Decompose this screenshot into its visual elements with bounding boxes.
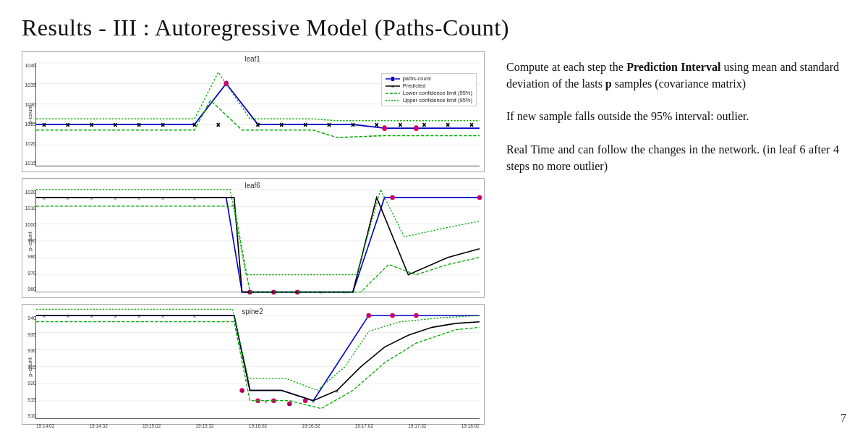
- chart-leaf6-area: 102010101000990980970960: [35, 190, 480, 293]
- svg-text:×: ×: [90, 120, 93, 129]
- legend-item-upper: Upper confidence limit (95%): [386, 97, 472, 103]
- svg-text:×: ×: [90, 195, 93, 202]
- svg-text:×: ×: [137, 313, 141, 321]
- svg-text:×: ×: [114, 120, 117, 129]
- svg-point-70: [390, 313, 395, 318]
- chart-leaf1-yticks: 104010351030102510201015: [14, 63, 36, 166]
- svg-text:×: ×: [66, 313, 69, 321]
- chart-spine2-svg: × × × × × × × × × × × ×: [36, 315, 480, 418]
- svg-text:×: ×: [470, 120, 474, 129]
- text-block-2: If new sample falls outside the 95% inte…: [506, 108, 839, 124]
- svg-text:×: ×: [90, 313, 93, 321]
- legend-label-paths: paths-count: [403, 75, 431, 82]
- legend-label-upper: Upper confidence limit (95%): [403, 97, 472, 103]
- svg-text:×: ×: [288, 402, 292, 409]
- legend-label-predicted: Predicted: [403, 82, 426, 89]
- chart-spine2-inner: p-count 940935930925920915910: [25, 315, 480, 419]
- chart-spine2-xticks: 19:14:0219:14:3219:15:0219:15:32 19:16:0…: [36, 423, 480, 428]
- text-block-1-content: Compute at each step the Prediction Inte…: [506, 59, 839, 92]
- svg-text:×: ×: [216, 120, 220, 129]
- legend-label-lower: Lower confidence limit (95%): [403, 90, 472, 96]
- legend-item-lower: Lower confidence limit (95%): [386, 90, 472, 96]
- chart-leaf1-inner: p-count 104010351030102510201015 paths-c…: [25, 63, 480, 166]
- chart-leaf1-title: leaf1: [25, 55, 480, 63]
- svg-point-14: [414, 125, 419, 131]
- chart-leaf1: leaf1 p-count 104010351030102510201015 p…: [22, 51, 485, 172]
- svg-text:×: ×: [375, 120, 378, 129]
- slide-body: leaf1 p-count 104010351030102510201015 p…: [22, 51, 846, 425]
- text-block-3-content: Real Time and can follow the changes in …: [506, 141, 839, 174]
- svg-point-44: [477, 195, 482, 200]
- svg-text:×: ×: [280, 120, 284, 129]
- chart-leaf6-yticks: 102010101000990980970960: [14, 190, 36, 292]
- svg-text:×: ×: [42, 313, 46, 321]
- chart-spine2-yticks: 940935930925920915910: [14, 315, 36, 418]
- svg-point-43: [390, 195, 395, 200]
- svg-text:×: ×: [304, 120, 307, 129]
- svg-text:×: ×: [192, 313, 196, 321]
- svg-point-69: [366, 313, 371, 318]
- slide-title: Results - III : Autoregressive Model (Pa…: [22, 14, 846, 41]
- svg-text:×: ×: [66, 195, 69, 202]
- text-block-2-content: If new sample falls outside the 95% inte…: [506, 108, 839, 124]
- legend-item-paths: paths-count: [386, 75, 472, 82]
- svg-rect-1: [391, 77, 394, 81]
- svg-text:×: ×: [161, 313, 165, 321]
- svg-text:×: ×: [137, 120, 141, 129]
- bold-prediction-interval: Prediction Interval: [626, 61, 720, 73]
- svg-point-13: [382, 125, 387, 131]
- svg-text:×: ×: [240, 388, 244, 395]
- chart-leaf6: leaf6 p-count 102010101000990980970960: [22, 178, 485, 299]
- chart-leaf6-title: leaf6: [25, 182, 480, 190]
- svg-text:×: ×: [161, 195, 165, 202]
- svg-text:×: ×: [42, 195, 46, 202]
- text-column: Compute at each step the Prediction Inte…: [492, 51, 846, 425]
- svg-text:×: ×: [328, 120, 331, 129]
- charts-column: leaf1 p-count 104010351030102510201015 p…: [22, 51, 485, 425]
- svg-text:×: ×: [114, 195, 117, 202]
- svg-text:×: ×: [351, 120, 354, 129]
- svg-text:×: ×: [192, 120, 196, 129]
- svg-text:×: ×: [446, 120, 450, 129]
- svg-point-71: [414, 313, 419, 318]
- svg-text:×: ×: [161, 120, 165, 129]
- chart-spine2-area: 940935930925920915910: [35, 315, 480, 419]
- text-block-1: Compute at each step the Prediction Inte…: [506, 59, 839, 92]
- svg-text:×: ×: [114, 313, 117, 321]
- svg-text:×: ×: [422, 120, 426, 129]
- svg-text:×: ×: [42, 120, 46, 129]
- svg-text:×: ×: [264, 398, 268, 405]
- slide-number: 7: [841, 412, 846, 425]
- svg-text:×: ×: [256, 120, 260, 129]
- text-block-3: Real Time and can follow the changes in …: [506, 141, 839, 174]
- chart-leaf6-inner: p-count 102010101000990980970960: [25, 190, 480, 293]
- svg-text:×: ×: [335, 388, 339, 395]
- chart-leaf6-svg: × × × × × × × × × × × ×: [36, 190, 480, 292]
- svg-text:×: ×: [312, 398, 315, 405]
- svg-text:×: ×: [137, 195, 141, 202]
- legend-item-predicted: × Predicted: [386, 82, 472, 89]
- chart-leaf1-area: 104010351030102510201015 paths-count × P…: [35, 63, 480, 166]
- svg-text:×: ×: [66, 120, 69, 129]
- slide: Results - III : Autoregressive Model (Pa…: [0, 0, 868, 432]
- svg-text:×: ×: [391, 84, 394, 89]
- chart-spine2: spine2 p-count 940935930925920915910: [22, 304, 485, 425]
- svg-text:×: ×: [192, 195, 196, 202]
- svg-text:×: ×: [399, 120, 402, 129]
- chart-legend: paths-count × Predicted Lower confidence…: [381, 73, 477, 106]
- bold-p: p: [605, 77, 612, 90]
